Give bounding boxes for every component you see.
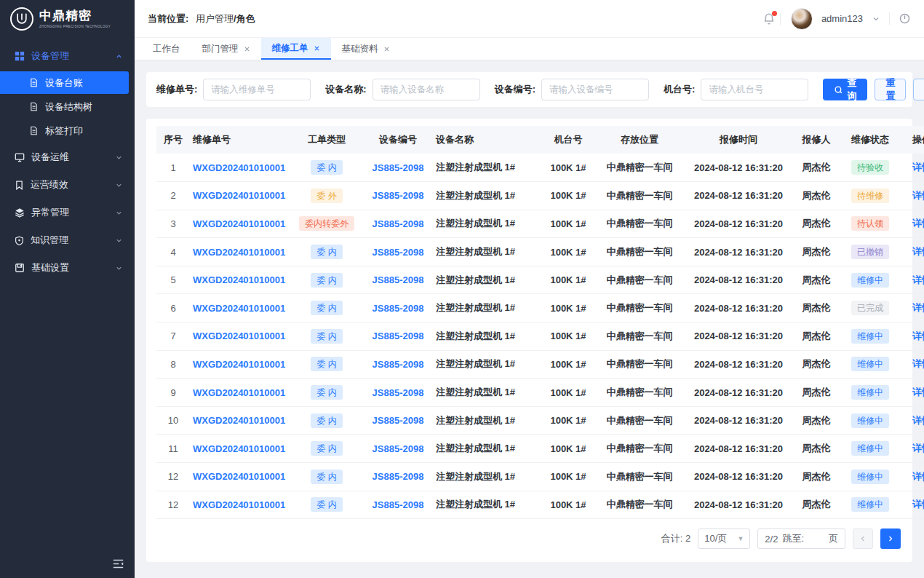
close-icon[interactable]	[383, 46, 390, 52]
sidebar-group-异常管理[interactable]: 异常管理	[0, 199, 135, 226]
detail-link[interactable]: 详情	[912, 387, 924, 397]
logout-power-icon[interactable]	[889, 12, 911, 25]
order-number-link[interactable]: WXGD202401010001	[193, 218, 285, 229]
sidebar-group-运营绩效[interactable]: 运营绩效	[0, 171, 135, 199]
close-icon[interactable]	[314, 45, 320, 52]
cell-machine: 100K 1#	[541, 322, 596, 351]
detail-link[interactable]: 详情	[912, 274, 924, 285]
order-number-link[interactable]: WXGD202401010001	[193, 499, 285, 510]
device-number-link[interactable]: JS885-2098	[373, 499, 424, 510]
cell-machine: 100K 1#	[541, 238, 596, 266]
device-number-link[interactable]: JS885-2098	[373, 471, 424, 482]
cell-machine: 100K 1#	[541, 379, 596, 407]
sidebar-item-标签打印[interactable]: 标签打印	[0, 119, 129, 142]
field-input[interactable]	[373, 79, 480, 100]
reset-button[interactable]: 重置	[875, 79, 906, 100]
field-input[interactable]	[541, 79, 649, 100]
query-button[interactable]: 查询	[823, 79, 867, 100]
avatar[interactable]	[791, 8, 813, 30]
chevron-down-icon[interactable]	[872, 15, 880, 23]
sidebar-item-设备结构树[interactable]: 设备结构树	[0, 95, 129, 118]
detail-link[interactable]: 详情	[912, 218, 924, 229]
next-page-button[interactable]	[880, 528, 901, 549]
detail-link[interactable]: 详情	[912, 190, 924, 201]
column-header-机台号: 机台号	[541, 126, 596, 154]
tab-label: 基础资料	[342, 43, 378, 55]
monitor-icon	[15, 152, 25, 162]
username[interactable]: admin123	[821, 13, 863, 24]
cell-reporter: 周杰伦	[794, 491, 839, 519]
device-number-link[interactable]: JS885-2098	[373, 274, 424, 285]
field-input[interactable]	[203, 79, 311, 100]
field-input[interactable]	[701, 79, 808, 100]
order-number-link[interactable]: WXGD202401010001	[193, 274, 285, 285]
device-number-link[interactable]: JS885-2098	[373, 443, 424, 454]
detail-link[interactable]: 详情	[912, 358, 924, 369]
tab-基础资料[interactable]: 基础资料	[331, 38, 401, 60]
sidebar-group-设备运维[interactable]: 设备运维	[0, 143, 135, 171]
order-number-link[interactable]: WXGD202401010001	[193, 415, 285, 426]
status-badge: 维修中	[851, 329, 889, 344]
order-type-tag: 委 内	[311, 357, 342, 371]
sidebar-group-设备管理[interactable]: 设备管理	[0, 42, 135, 70]
order-number-link[interactable]: WXGD202401010001	[193, 190, 285, 201]
notification-bell-icon[interactable]	[762, 12, 781, 25]
page-size-select[interactable]: 10/页 ▼	[698, 528, 750, 549]
sidebar-group-基础设置[interactable]: 基础设置	[0, 254, 135, 282]
detail-link[interactable]: 详情	[912, 499, 924, 510]
order-number-link[interactable]: WXGD202401010001	[193, 330, 285, 341]
cell-machine: 100K 1#	[541, 154, 596, 182]
device-number-link[interactable]: JS885-2098	[373, 359, 424, 370]
order-number-link[interactable]: WXGD202401010001	[193, 443, 285, 454]
detail-link[interactable]: 详情	[912, 471, 924, 482]
tab-部门管理[interactable]: 部门管理	[191, 38, 261, 60]
detail-link[interactable]: 详情	[912, 162, 924, 173]
collapse-sidebar-icon[interactable]	[112, 558, 124, 569]
device-number-link[interactable]: JS885-2098	[373, 190, 424, 201]
cell-report-time: 2024-08-12 16:31:20	[683, 491, 794, 519]
detail-link[interactable]: 详情	[912, 302, 924, 313]
sidebar-item-设备台账[interactable]: 设备台账	[0, 71, 129, 94]
order-type-tag: 委 内	[311, 329, 342, 344]
detail-link[interactable]: 详情	[912, 246, 924, 257]
device-number-link[interactable]: JS885-2098	[373, 415, 424, 426]
order-number-link[interactable]: WXGD202401010001	[193, 359, 285, 370]
expand-button[interactable]: 展开	[913, 79, 924, 100]
cell-device-name: 注塑注射成型机 1#	[433, 266, 541, 294]
cell-device-name: 注塑注射成型机 1#	[433, 406, 541, 435]
order-number-link[interactable]: WXGD202401010001	[193, 247, 285, 258]
total-label: 合计: 2	[661, 532, 690, 545]
cell-location: 中鼎精密一车间	[596, 435, 683, 463]
detail-link[interactable]: 详情	[912, 330, 924, 341]
breadcrumb-current: 角色	[236, 13, 255, 24]
order-number-link[interactable]: WXGD202401010001	[193, 162, 285, 173]
device-number-link[interactable]: JS885-2098	[373, 330, 424, 341]
device-number-link[interactable]: JS885-2098	[373, 218, 424, 229]
device-number-link[interactable]: JS885-2098	[373, 303, 424, 314]
order-number-link[interactable]: WXGD202401010001	[193, 471, 285, 482]
tab-label: 部门管理	[202, 43, 239, 55]
detail-link[interactable]: 详情	[912, 443, 924, 454]
chevron-up-icon	[115, 52, 123, 60]
sidebar-menu: 设备管理设备台账设备结构树标签打印设备运维运营绩效异常管理知识管理基础设置	[0, 38, 135, 549]
jump-page-input[interactable]	[808, 531, 824, 546]
device-number-link[interactable]: JS885-2098	[373, 247, 424, 258]
prev-page-button[interactable]	[853, 528, 873, 549]
device-number-link[interactable]: JS885-2098	[373, 162, 424, 173]
order-number-link[interactable]: WXGD202401010001	[193, 303, 285, 314]
close-icon[interactable]	[244, 46, 250, 52]
tab-维修工单[interactable]: 维修工单	[261, 38, 331, 60]
cell-report-time: 2024-08-12 16:31:20	[683, 350, 794, 379]
sidebar-group-知识管理[interactable]: 知识管理	[0, 226, 135, 254]
tab-工作台[interactable]: 工作台	[142, 38, 191, 60]
order-type-tag: 委 内	[311, 160, 342, 175]
cell-location: 中鼎精密一车间	[596, 266, 683, 294]
column-header-设备名称: 设备名称	[433, 126, 541, 154]
detail-link[interactable]: 详情	[912, 415, 924, 426]
cell-machine: 100K 1#	[541, 350, 596, 379]
chevron-down-icon	[115, 154, 123, 162]
document-icon	[29, 78, 39, 87]
device-number-link[interactable]: JS885-2098	[373, 387, 424, 398]
cell-reporter: 周杰伦	[794, 406, 839, 435]
order-number-link[interactable]: WXGD202401010001	[193, 387, 285, 398]
